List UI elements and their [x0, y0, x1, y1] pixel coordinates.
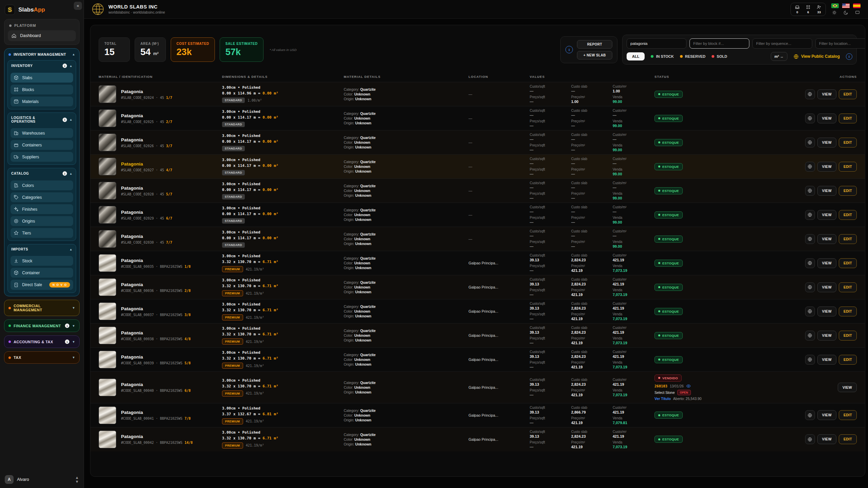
sidebar-section-accounting-tax[interactable]: ACCOUNTING & TAX i ▼ — [4, 335, 80, 348]
sequence-filter-input[interactable] — [752, 38, 812, 49]
table-row[interactable]: Patagonia #SLAB_CODE_02029 · 45 6/7 3.00… — [90, 203, 865, 227]
filter-in-stock[interactable]: IN STOCK — [651, 54, 674, 58]
view-button[interactable]: VIEW — [817, 186, 836, 196]
slab-thumbnail[interactable] — [99, 134, 116, 151]
sidebar-item-stock[interactable]: Stock — [11, 256, 73, 266]
table-row[interactable]: Patagonia #SLAB_CODE_02030 · 45 7/7 3.00… — [90, 227, 865, 251]
slab-thumbnail[interactable] — [99, 206, 116, 224]
edit-button[interactable]: EDIT — [839, 355, 857, 365]
view-button[interactable]: VIEW — [817, 114, 836, 123]
sidebar-item-categories[interactable]: Categories — [11, 192, 73, 202]
publish-globe-button[interactable] — [805, 210, 815, 220]
table-row[interactable]: Patagonia #CODE_SLAB_00038 · BBPA21025WS… — [90, 323, 865, 347]
filter-sold[interactable]: SOLD — [712, 54, 727, 58]
edit-button[interactable]: EDIT — [839, 307, 857, 316]
edit-button[interactable]: EDIT — [839, 282, 857, 292]
slab-thumbnail[interactable] — [99, 109, 116, 127]
sidebar-item-warehouses[interactable]: Warehouses — [11, 128, 73, 138]
slab-thumbnail[interactable] — [99, 182, 116, 199]
table-row[interactable]: Patagonia #CODE_SLAB_00037 · BBPA21025WS… — [90, 299, 865, 323]
edit-button[interactable]: EDIT — [839, 434, 857, 444]
slab-thumbnail[interactable] — [99, 351, 116, 368]
sidebar-item-dashboard[interactable]: Dashboard — [8, 30, 76, 41]
filter-all-button[interactable]: ALL — [627, 52, 645, 60]
search-input[interactable] — [627, 38, 686, 49]
sidebar-item-finishes[interactable]: Finishes — [11, 204, 73, 214]
sidebar-section-commercial-management[interactable]: COMMERCIAL MANAGEMENT ▼ — [4, 300, 80, 316]
table-row[interactable]: Patagonia #SLAB_CODE_02026 · 45 3/7 3.00… — [90, 130, 865, 154]
publish-globe-button[interactable] — [805, 258, 815, 268]
view-button[interactable]: VIEW — [817, 307, 836, 316]
view-button[interactable]: VIEW — [838, 383, 857, 392]
sidebar-item-direct-sale[interactable]: Direct Sale N O V O — [11, 280, 73, 290]
view-button[interactable]: VIEW — [817, 210, 836, 220]
publish-globe-button[interactable] — [805, 234, 815, 244]
block-filter-input[interactable] — [690, 38, 749, 49]
edit-button[interactable]: EDIT — [839, 89, 857, 99]
topbar-counters[interactable]: 0 6 33 — [790, 3, 826, 16]
edit-button[interactable]: EDIT — [839, 138, 857, 147]
usa-flag[interactable] — [842, 3, 850, 8]
group-header[interactable]: INVENTORYi▲ — [11, 63, 73, 71]
ver-titulo-link[interactable]: Ver Título — [654, 397, 671, 401]
view-button[interactable]: VIEW — [817, 282, 836, 292]
sidebar-item-tiers[interactable]: Tiers — [11, 228, 73, 238]
view-button[interactable]: VIEW — [817, 89, 836, 99]
brazil-flag[interactable] — [831, 3, 839, 8]
inventory-management-header[interactable]: INVENTORY MANAGEMENT ▲ — [7, 52, 76, 57]
slab-thumbnail[interactable] — [99, 85, 116, 103]
slab-thumbnail[interactable] — [99, 302, 116, 320]
sidebar-section-finance-management[interactable]: FINANCE MANAGEMENT i ▼ — [4, 319, 80, 332]
sun-icon[interactable] — [832, 10, 837, 15]
group-header[interactable]: LOGISTICS & OPERATIONSi▲ — [11, 116, 73, 126]
slab-thumbnail[interactable] — [99, 431, 116, 448]
info-icon[interactable]: i — [63, 64, 67, 68]
slab-thumbnail[interactable] — [99, 327, 116, 344]
edit-button[interactable]: EDIT — [839, 410, 857, 420]
monitor-icon[interactable] — [855, 10, 860, 15]
table-row[interactable]: Patagonia #SLAB_CODE_02028 · 45 5/7 3.00… — [90, 178, 865, 203]
edit-button[interactable]: EDIT — [839, 234, 857, 244]
view-button[interactable]: VIEW — [817, 355, 836, 365]
sidebar-item-suppliers[interactable]: Suppliers — [11, 152, 73, 162]
publish-globe-button[interactable] — [805, 186, 815, 196]
sidebar-item-blocks[interactable]: Blocks — [11, 85, 73, 94]
info-icon[interactable]: i — [846, 53, 852, 60]
sidebar-item-container[interactable]: Container — [11, 268, 73, 278]
table-row[interactable]: Patagonia #CODE_SLAB_00042 · BBPA21025WS… — [90, 427, 865, 451]
counter-user-plus-icon[interactable]: 33 — [817, 5, 821, 14]
table-row[interactable]: Patagonia #CODE_SLAB_00041 · BBPA21025WS… — [90, 403, 865, 427]
table-row[interactable]: Patagonia #SLAB_CODE_02027 · 45 4/7 3.00… — [90, 154, 865, 178]
edit-button[interactable]: EDIT — [839, 331, 857, 341]
view-button[interactable]: VIEW — [817, 234, 836, 244]
info-icon[interactable]: i — [63, 118, 67, 122]
filter-reserved[interactable]: RESERVED — [680, 54, 705, 58]
publish-globe-button[interactable] — [805, 355, 815, 365]
slab-thumbnail[interactable] — [99, 230, 116, 248]
counter-inbox-icon[interactable]: 0 — [795, 5, 800, 14]
moon-icon[interactable] — [844, 10, 848, 15]
info-icon[interactable]: i — [63, 171, 67, 176]
slab-thumbnail[interactable] — [99, 158, 116, 175]
slab-thumbnail[interactable] — [99, 406, 116, 424]
location-filter-input[interactable] — [815, 38, 865, 49]
publish-globe-button[interactable] — [805, 89, 815, 99]
table-row[interactable]: Patagonia #CODE_SLAB_00040 · BBPA21025WS… — [90, 371, 865, 403]
sidebar-collapse-button[interactable]: « — [74, 2, 82, 10]
edit-button[interactable]: EDIT — [839, 258, 857, 268]
eye-icon[interactable] — [686, 384, 691, 388]
edit-button[interactable]: EDIT — [839, 114, 857, 123]
publish-globe-button[interactable] — [805, 162, 815, 172]
slab-thumbnail[interactable] — [99, 278, 116, 296]
publish-globe-button[interactable] — [805, 434, 815, 444]
table-row[interactable]: Patagonia #CODE_SLAB_00036 · BBPA21025WS… — [90, 275, 865, 299]
group-header[interactable]: IMPORTS▲ — [11, 247, 73, 254]
sidebar-item-slabs[interactable]: Slabs — [11, 73, 73, 83]
sidebar-item-colors[interactable]: Colors — [11, 180, 73, 190]
table-row[interactable]: Patagonia #CODE_SLAB_00039 · BBPA21025WS… — [90, 347, 865, 371]
publish-globe-button[interactable] — [805, 307, 815, 316]
new-slab-button[interactable]: + NEW SLAB — [577, 51, 612, 59]
view-button[interactable]: VIEW — [817, 331, 836, 341]
publish-globe-button[interactable] — [805, 282, 815, 292]
spain-flag[interactable] — [853, 3, 861, 8]
